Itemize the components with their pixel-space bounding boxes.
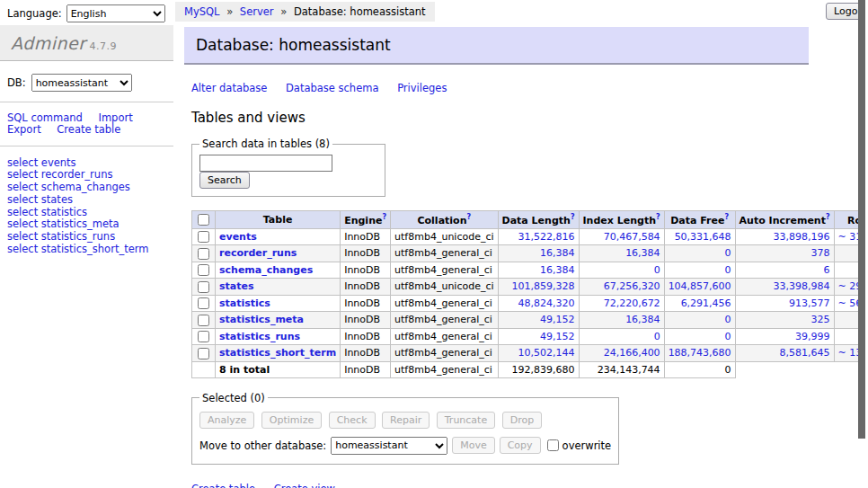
index-length-link[interactable]: 72,220,672 [604,297,660,309]
sidebar-item-select-statistics[interactable]: select statistics [7,207,166,218]
row-checkbox[interactable] [198,281,209,293]
db-select[interactable]: homeassistant [31,74,132,92]
search-button[interactable]: Search [199,172,250,189]
collation-cell: utf8mb4_general_ci [391,245,498,262]
sidebar-link-import[interactable]: Import [98,111,132,124]
table-name-link[interactable]: statistics_runs [219,331,300,342]
data-free-link[interactable]: 188,743,680 [669,347,731,359]
data-length-link[interactable]: 48,824,320 [518,297,575,309]
table-name-link[interactable]: statistics [219,297,270,309]
data-free-link[interactable]: 104,857,600 [669,280,731,292]
auto-increment-link[interactable]: 325 [811,314,830,325]
auto-increment-link[interactable]: 6 [824,264,830,276]
table-name-link[interactable]: statistics_short_term [219,347,336,359]
table-name-link[interactable]: states [219,280,254,292]
index-length-link[interactable]: 0 [654,264,660,276]
auto-increment-link[interactable]: 8,581,645 [780,347,830,359]
data-length-link[interactable]: 16,384 [540,247,575,259]
database-schema-link[interactable]: Database schema [286,82,378,94]
data-length-link[interactable]: 101,859,328 [512,280,575,292]
alter-database-link[interactable]: Alter database [191,82,267,94]
truncate-button[interactable]: Truncate [437,412,495,429]
create-table-link[interactable]: Create table [191,483,255,488]
data-free-link[interactable]: 0 [725,331,731,342]
language-select[interactable]: English [66,4,165,22]
auto-increment-link[interactable]: 378 [811,247,830,259]
overwrite-checkbox[interactable] [547,439,559,451]
sidebar-item-select-events[interactable]: select events [7,157,166,169]
vertical-scrollbar[interactable] [858,0,868,488]
column-help-link[interactable]: ? [571,213,575,221]
drop-button[interactable]: Drop [502,412,542,429]
column-help-link[interactable]: ? [826,213,830,221]
data-length-link[interactable]: 10,502,144 [518,347,575,359]
index-length-link[interactable]: 70,467,584 [604,231,660,243]
data-length-link[interactable]: 49,152 [540,331,575,342]
row-checkbox[interactable] [198,231,209,243]
row-checkbox[interactable] [198,264,209,276]
auto-increment-link[interactable]: 33,898,196 [774,231,830,243]
breadcrumb-link-server[interactable]: Server [240,5,274,18]
select-all-checkbox[interactable] [198,214,209,226]
total-index-length-cell: 234,143,744 [579,361,664,377]
data-free-cell: 0 [664,328,735,345]
sidebar-item-select-states[interactable]: select states [7,194,166,206]
sidebar-link-sql-command[interactable]: SQL command [7,111,83,124]
column-help-link[interactable]: ? [466,213,471,221]
sidebar-link-export[interactable]: Export [7,123,41,136]
analyze-button[interactable]: Analyze [199,412,254,429]
collation-cell: utf8mb4_general_ci [391,312,498,329]
sidebar-item-select-statistics-runs[interactable]: select statistics_runs [7,231,166,243]
data-length-link[interactable]: 16,384 [540,264,575,276]
optimize-button[interactable]: Optimize [261,412,322,429]
repair-button[interactable]: Repair [382,412,430,429]
table-name-cell: recorder_runs [216,245,341,262]
sidebar-item-select-recorder-runs[interactable]: select recorder_runs [7,169,166,181]
row-checkbox[interactable] [198,348,209,359]
table-row: statistics_runsInnoDButf8mb4_general_ci4… [192,328,868,345]
row-checkbox[interactable] [198,315,209,326]
data-free-link[interactable]: 0 [725,264,731,276]
index-length-link[interactable]: 16,384 [625,314,660,325]
data-free-link[interactable]: 0 [725,247,731,259]
scrollbar-thumb[interactable] [858,0,865,439]
index-length-link[interactable]: 0 [654,331,660,342]
data-length-link[interactable]: 49,152 [540,314,575,325]
sidebar-item-select-statistics-short-term[interactable]: select statistics_short_term [7,244,166,255]
move-button[interactable]: Move [452,437,495,454]
move-database-select[interactable]: homeassistant [331,437,447,455]
table-name-link[interactable]: statistics_meta [219,314,304,325]
sidebar: Adminer4.7.9 DB: homeassistant SQL comma… [0,25,173,267]
auto-increment-link[interactable]: 33,398,984 [774,280,830,292]
index-length-link[interactable]: 24,166,400 [604,347,660,359]
collation-cell: utf8mb4_general_ci [391,262,498,279]
sidebar-item-select-schema-changes[interactable]: select schema_changes [7,182,166,193]
privileges-link[interactable]: Privileges [397,82,447,94]
row-checkbox[interactable] [198,331,209,342]
sidebar-link-create-table[interactable]: Create table [57,123,120,136]
table-name-link[interactable]: recorder_runs [219,247,297,259]
data-length-link[interactable]: 31,522,816 [518,231,575,243]
row-checkbox[interactable] [198,248,209,260]
auto-increment-link[interactable]: 913,577 [789,297,830,309]
breadcrumb-link-mysql[interactable]: MySQL [184,5,220,18]
data-free-link[interactable]: 50,331,648 [675,231,731,243]
column-help-link[interactable]: ? [382,213,386,221]
check-button[interactable]: Check [329,412,376,429]
row-checkbox[interactable] [198,297,209,309]
table-name-link[interactable]: schema_changes [219,264,313,276]
search-input[interactable] [199,155,332,172]
engine-cell: InnoDB [341,295,391,312]
auto-increment-link[interactable]: 39,999 [795,331,830,342]
create-view-link[interactable]: Create view [274,483,335,488]
copy-button[interactable]: Copy [500,437,541,454]
sidebar-item-select-statistics-meta[interactable]: select statistics_meta [7,218,166,230]
data-free-link[interactable]: 6,291,456 [681,297,731,309]
column-help-link[interactable]: ? [656,213,660,221]
table-name-link[interactable]: events [219,231,257,243]
breadcrumb: MySQL » Server » Database: homeassistant [175,2,435,22]
index-length-link[interactable]: 67,256,320 [604,280,660,292]
data-free-link[interactable]: 0 [725,314,731,325]
column-help-link[interactable]: ? [724,213,729,221]
index-length-link[interactable]: 16,384 [625,247,660,259]
